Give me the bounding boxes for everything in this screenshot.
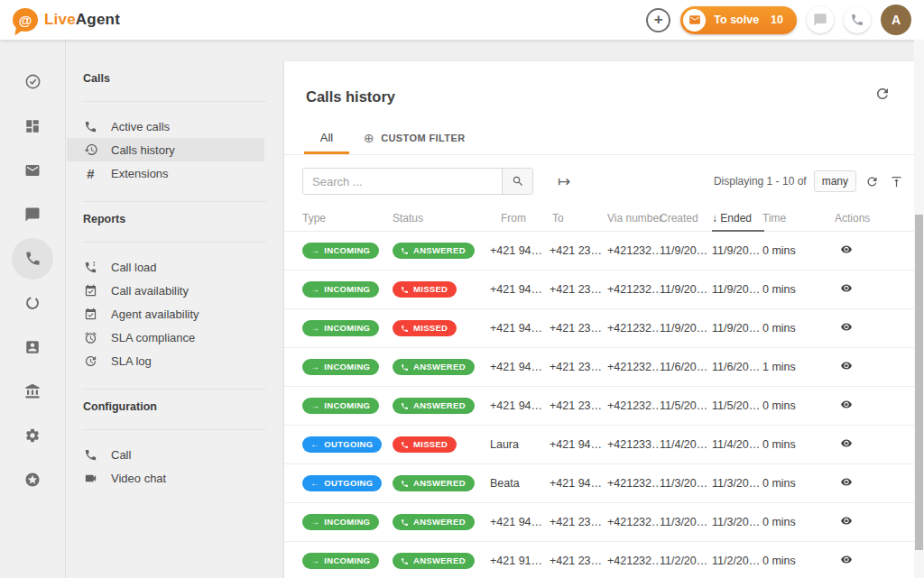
- cell-actions: [826, 476, 914, 491]
- table-row[interactable]: →INCOMING ANSWERED +421 91… +421 23… +42…: [284, 541, 914, 578]
- rail-contacts-icon[interactable]: [0, 325, 66, 369]
- cell-created: 11/9/20…: [660, 283, 712, 296]
- chats-button[interactable]: [807, 6, 834, 33]
- sidebar-item-calls-history[interactable]: Calls history: [67, 138, 264, 161]
- hash-icon: #: [83, 167, 98, 180]
- column-header-type[interactable]: Type: [302, 212, 393, 225]
- cell-via-number: +421232…: [607, 283, 660, 296]
- tab-all[interactable]: All: [304, 121, 349, 154]
- rail-chat-icon[interactable]: [0, 192, 66, 236]
- user-avatar[interactable]: A: [881, 5, 911, 35]
- sidebar-item-active-calls[interactable]: Active calls: [67, 115, 264, 138]
- vertical-scrollbar[interactable]: [914, 40, 924, 578]
- view-call-button[interactable]: [839, 321, 854, 333]
- sidebar-item-label: SLA compliance: [111, 331, 195, 344]
- view-call-button[interactable]: [839, 515, 854, 527]
- cell-actions: [826, 321, 914, 335]
- table-toolbar: ↦ Displaying 1 - 10 of many: [284, 155, 914, 207]
- table-row[interactable]: →INCOMING ANSWERED +421 94… +421 23… +42…: [284, 386, 914, 425]
- sidebar-item-sla-log[interactable]: SLA log: [67, 349, 264, 372]
- table-row[interactable]: ←OUTGOING MISSED Laura +421 94… +421233……: [284, 425, 914, 463]
- column-header-created[interactable]: Created: [660, 212, 712, 225]
- table-body: →INCOMING ANSWERED +421 94… +421 23… +42…: [284, 231, 914, 578]
- search-button[interactable]: [502, 169, 532, 194]
- view-call-button[interactable]: [839, 282, 854, 294]
- cell-time: 0 mins: [762, 438, 826, 451]
- scroll-to-top-button[interactable]: [890, 175, 903, 188]
- sidebar-item-extensions[interactable]: # Extensions: [67, 161, 264, 185]
- column-header-time[interactable]: Time: [762, 212, 826, 225]
- table-row[interactable]: →INCOMING MISSED +421 94… +421 23… +4212…: [284, 270, 914, 308]
- envelope-icon: [688, 14, 701, 26]
- cell-to: +421 23…: [550, 244, 607, 257]
- phone-icon: [401, 363, 409, 372]
- view-call-button[interactable]: [839, 554, 854, 565]
- column-header-ended[interactable]: ↓ Ended: [712, 212, 762, 225]
- call-status-badge: MISSED: [393, 436, 457, 453]
- cell-type: →INCOMING: [302, 359, 393, 375]
- divider: [82, 389, 266, 390]
- eye-icon: [839, 476, 854, 488]
- cell-to: +421 23…: [550, 555, 607, 567]
- rail-premium-star-icon[interactable]: [0, 457, 66, 501]
- view-call-button[interactable]: [839, 437, 854, 449]
- column-header-from[interactable]: From: [490, 212, 550, 225]
- view-call-button[interactable]: [839, 243, 854, 255]
- to-solve-button[interactable]: To solve 10: [680, 6, 797, 34]
- tab-custom-filter[interactable]: ⊕ CUSTOM FILTER: [364, 121, 466, 154]
- scrollbar-thumb[interactable]: [915, 215, 923, 550]
- table-row[interactable]: ←OUTGOING ANSWERED Beata +421 94… +42123…: [284, 463, 914, 502]
- cell-to: +421 94…: [550, 438, 607, 451]
- sidebar-item-call-config[interactable]: Call: [67, 443, 264, 466]
- eye-icon: [839, 399, 854, 410]
- call-status-badge: ANSWERED: [393, 398, 475, 414]
- reload-list-button[interactable]: [865, 175, 879, 188]
- calls-button[interactable]: [844, 6, 871, 33]
- table-row[interactable]: →INCOMING ANSWERED +421 94… +421 23… +42…: [284, 231, 914, 270]
- to-solve-label: To solve: [714, 14, 759, 26]
- section-title-calls: Calls: [67, 72, 284, 85]
- cell-actions: [826, 437, 914, 452]
- cell-type: →INCOMING: [302, 514, 393, 530]
- column-header-via-number[interactable]: Via number: [607, 212, 660, 225]
- cell-status: MISSED: [393, 281, 490, 298]
- cell-created: 11/9/20…: [660, 322, 712, 335]
- direction-arrow-icon: →: [310, 362, 319, 372]
- rail-ring-icon[interactable]: [0, 280, 66, 325]
- create-new-button[interactable]: +: [646, 8, 670, 32]
- search-input[interactable]: [303, 169, 502, 194]
- table-row[interactable]: →INCOMING ANSWERED +421 94… +421 23… +42…: [284, 502, 914, 541]
- phone-icon: [401, 557, 409, 565]
- liveagent-logo[interactable]: @ LiveAgent: [13, 8, 120, 32]
- column-header-status[interactable]: Status: [393, 212, 490, 225]
- view-call-button[interactable]: [839, 360, 854, 372]
- cell-status: ANSWERED: [393, 553, 490, 569]
- view-call-button[interactable]: [839, 476, 854, 488]
- call-type-badge: →INCOMING: [302, 281, 379, 298]
- view-call-button[interactable]: [839, 399, 854, 410]
- eye-icon: [839, 282, 854, 294]
- rail-settings-icon[interactable]: [0, 413, 66, 457]
- rail-dashboard-icon[interactable]: [0, 104, 66, 148]
- sidebar-item-sla-compliance[interactable]: SLA compliance: [67, 326, 264, 349]
- jump-to-icon[interactable]: ↦: [558, 174, 570, 189]
- column-header-to[interactable]: To: [550, 212, 607, 225]
- row-count-box[interactable]: many: [814, 170, 856, 192]
- rail-tick-circle-icon[interactable]: [0, 60, 66, 104]
- sidebar-item-call-load[interactable]: Call load: [67, 255, 264, 279]
- sidebar-item-label: Active calls: [111, 120, 170, 133]
- sidebar-item-video-chat[interactable]: Video chat: [67, 466, 264, 490]
- rail-academy-icon[interactable]: [0, 369, 66, 413]
- cell-to: +421 94…: [550, 477, 607, 490]
- sidebar-item-label: Calls history: [111, 143, 175, 157]
- rail-phone-icon-active[interactable]: [0, 236, 66, 280]
- chat-bubble-icon: [813, 13, 827, 27]
- table-row[interactable]: →INCOMING ANSWERED +421 94… +421 23… +42…: [284, 347, 914, 386]
- sidebar-item-call-availability[interactable]: Call availability: [67, 279, 264, 302]
- refresh-button[interactable]: [874, 86, 891, 106]
- cell-status: ANSWERED: [393, 398, 490, 414]
- rail-mail-icon[interactable]: [0, 148, 66, 192]
- table-row[interactable]: →INCOMING MISSED +421 94… +421 23… +4212…: [284, 308, 914, 347]
- cell-from: Laura: [490, 438, 550, 451]
- sidebar-item-agent-availability[interactable]: Agent availability: [67, 302, 264, 326]
